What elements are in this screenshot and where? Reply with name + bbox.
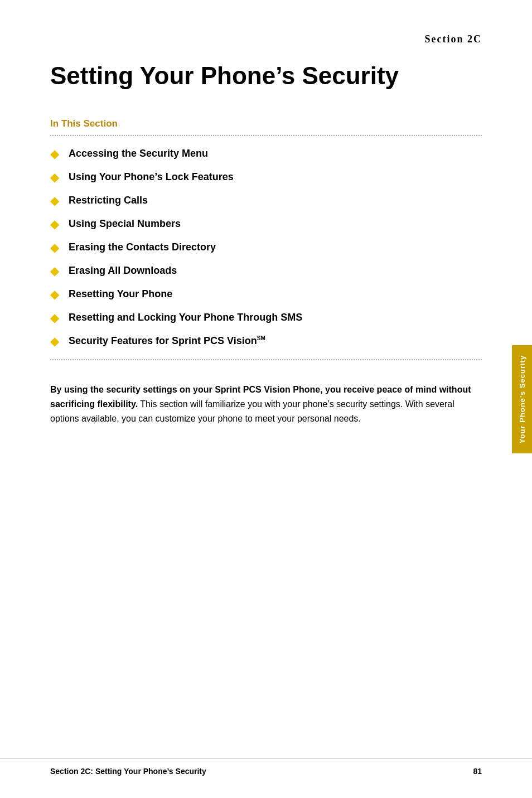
top-divider (50, 135, 482, 136)
footer-page-number: 81 (473, 767, 482, 776)
footer-left: Section 2C: Setting Your Phone’s Securit… (50, 767, 206, 776)
toc-item-9: Security Features for Sprint PCS VisionS… (69, 335, 265, 347)
in-this-section-block: In This Section ◆ Accessing the Security… (50, 118, 482, 360)
diamond-icon-2: ◆ (50, 171, 59, 184)
diamond-icon-7: ◆ (50, 288, 59, 301)
diamond-icon-9: ◆ (50, 335, 59, 348)
toc-item-7: Resetting Your Phone (69, 288, 172, 300)
list-item: ◆ Using Your Phone’s Lock Features (50, 171, 482, 184)
diamond-icon-8: ◆ (50, 311, 59, 325)
list-item: ◆ Resetting Your Phone (50, 288, 482, 301)
diamond-icon-6: ◆ (50, 264, 59, 278)
list-item: ◆ Erasing the Contacts Directory (50, 241, 482, 254)
list-item: ◆ Erasing All Downloads (50, 264, 482, 278)
toc-list: ◆ Accessing the Security Menu ◆ Using Yo… (50, 147, 482, 348)
diamond-icon-4: ◆ (50, 217, 59, 231)
bottom-divider (50, 359, 482, 360)
footer-bar: Section 2C: Setting Your Phone’s Securit… (0, 758, 532, 776)
list-item: ◆ Accessing the Security Menu (50, 147, 482, 161)
toc-item-8: Resetting and Locking Your Phone Through… (69, 312, 302, 323)
toc-item-1: Accessing the Security Menu (69, 148, 208, 159)
side-tab: Your Phone’s Security (512, 345, 532, 453)
toc-item-5: Erasing the Contacts Directory (69, 241, 216, 253)
toc-item-3: Restricting Calls (69, 195, 148, 206)
superscript-sm: SM (257, 335, 265, 341)
section-label: Section 2C (50, 33, 482, 45)
side-tab-text: Your Phone’s Security (518, 355, 526, 443)
body-text: By using the security settings on your S… (50, 383, 474, 427)
page-title: Setting Your Phone’s Security (50, 62, 482, 90)
list-item: ◆ Resetting and Locking Your Phone Throu… (50, 311, 482, 325)
diamond-icon-3: ◆ (50, 194, 59, 207)
list-item: ◆ Using Special Numbers (50, 217, 482, 231)
page-container: Section 2C Setting Your Phone’s Security… (0, 0, 532, 798)
in-this-section-label: In This Section (50, 118, 482, 129)
list-item: ◆ Restricting Calls (50, 194, 482, 207)
toc-item-4: Using Special Numbers (69, 218, 181, 230)
toc-item-2: Using Your Phone’s Lock Features (69, 171, 234, 183)
list-item: ◆ Security Features for Sprint PCS Visio… (50, 335, 482, 348)
diamond-icon-1: ◆ (50, 147, 59, 161)
toc-item-6: Erasing All Downloads (69, 265, 177, 277)
diamond-icon-5: ◆ (50, 241, 59, 254)
